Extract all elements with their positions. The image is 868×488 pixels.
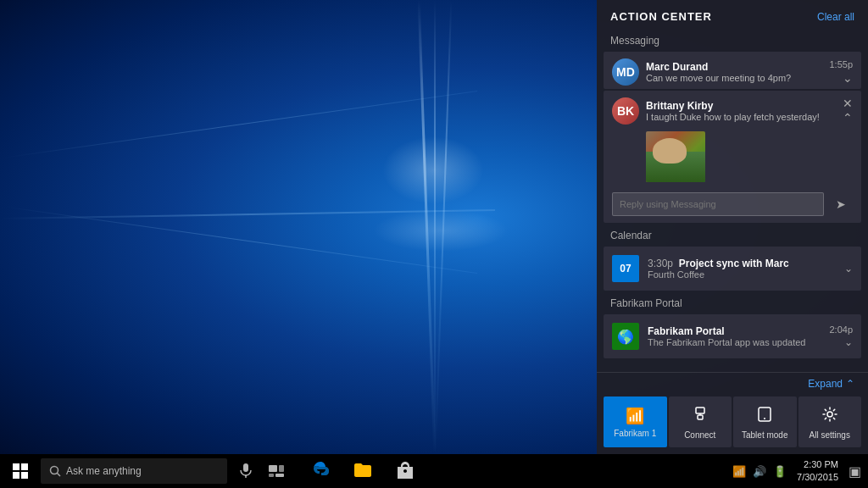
battery-tray-icon[interactable]: 🔋 [773, 465, 787, 478]
quick-actions-grid: 📶 Fabrikam 1 Connect [597, 393, 868, 454]
fab-chevron[interactable]: ⌄ [844, 336, 853, 348]
svg-rect-6 [13, 463, 19, 470]
svg-rect-7 [21, 463, 28, 470]
notif-time-marc: 1:55p [829, 59, 853, 69]
svg-point-4 [764, 418, 765, 419]
calendar-section-label: Calendar [597, 225, 868, 245]
svg-rect-15 [279, 465, 284, 472]
notif-image-brittany [604, 128, 861, 187]
notif-message-marc: Can we move our meeting to 4pm? [646, 73, 819, 83]
search-placeholder: Ask me anything [66, 465, 142, 477]
calendar-icon: 07 [612, 255, 639, 282]
cal-time: 3:30p [648, 258, 673, 269]
notification-fabrikam: 🌎 Fabrikam Portal The Fabrikam Portal ap… [604, 314, 861, 358]
notif-header-brittany: BK Brittany Kirby I taught Duke how to p… [604, 91, 861, 128]
connect-icon [692, 406, 709, 427]
file-explorer-app[interactable] [342, 454, 383, 488]
cal-event-name: Project sync with Marc [679, 258, 789, 269]
fab-name: Fabrikam Portal [648, 325, 829, 337]
qa-connect[interactable]: Connect [669, 396, 732, 447]
fab-notif-inner: 🌎 Fabrikam Portal The Fabrikam Portal ap… [604, 314, 861, 358]
svg-rect-1 [698, 415, 703, 419]
edge-app[interactable] [300, 454, 341, 488]
task-view-button[interactable] [261, 454, 292, 488]
notif-header-marc: MD Marc Durand Can we move our meeting t… [604, 52, 861, 89]
tablet-icon [756, 406, 773, 427]
notif-message-brittany: I taught Duke how to play fetch yesterda… [646, 112, 837, 122]
qa-settings-label: All settings [810, 430, 850, 441]
messaging-section-label: Messaging [597, 30, 868, 50]
notif-close-brittany[interactable]: ✕ [843, 97, 853, 109]
clock-time: 2:30 PM [804, 458, 838, 471]
qa-connect-label: Connect [684, 430, 715, 441]
qa-tablet-label: Tablet mode [742, 430, 787, 441]
qa-fabrikam1[interactable]: 📶 Fabrikam 1 [604, 396, 667, 447]
svg-rect-8 [13, 472, 19, 479]
clock-date: 7/30/2015 [797, 471, 838, 484]
qa-fabrikam1-label: Fabrikam 1 [614, 429, 656, 439]
notification-brittany: BK Brittany Kirby I taught Duke how to p… [604, 91, 861, 223]
svg-rect-17 [275, 474, 284, 477]
svg-rect-12 [243, 463, 248, 472]
volume-tray-icon[interactable]: 🔊 [753, 465, 766, 478]
notif-chevron-brittany[interactable]: ⌃ [843, 111, 853, 125]
svg-rect-16 [269, 474, 274, 477]
notif-chevron-marc[interactable]: ⌄ [843, 71, 853, 85]
avatar-brittany: BK [612, 97, 639, 125]
cortana-mic-button[interactable] [231, 454, 261, 488]
taskbar: Ask me anything [0, 454, 868, 488]
qa-tablet-mode[interactable]: Tablet mode [733, 396, 797, 447]
dog-image [646, 131, 705, 182]
svg-point-10 [51, 467, 58, 474]
start-button[interactable] [0, 454, 41, 488]
quick-actions-area: Expand ⌃ 📶 Fabrikam 1 Connect [597, 372, 868, 454]
notif-name-marc: Marc Durand [646, 61, 819, 73]
fabrikam-icon: 🌎 [612, 323, 639, 350]
expand-chevron-icon: ⌃ [846, 378, 854, 390]
notif-reply-area: ➤ [604, 187, 861, 223]
taskbar-apps [300, 454, 426, 488]
cal-event-title: 3:30p Project sync with Marc [648, 258, 844, 269]
reply-input[interactable] [612, 192, 824, 216]
svg-point-5 [827, 412, 832, 417]
action-center-header: ACTION CENTER Clear all [597, 0, 868, 30]
expand-button[interactable]: Expand ⌃ [808, 378, 854, 390]
notification-center-tray-icon[interactable]: ▣ [849, 463, 861, 480]
fab-time: 2:04p [829, 324, 853, 335]
cal-notif-inner: 07 3:30p Project sync with Marc Fourth C… [604, 247, 861, 291]
cal-subtitle: Fourth Coffee [648, 269, 844, 280]
fabrikam-section-label: Fabrikam Portal [597, 292, 868, 313]
dog-shape [653, 138, 687, 164]
taskbar-tray: 📶 🔊 🔋 2:30 PM 7/30/2015 ▣ [732, 458, 868, 485]
tray-icons: 📶 🔊 🔋 [732, 465, 787, 478]
avatar-marc: MD [612, 58, 639, 86]
system-clock[interactable]: 2:30 PM 7/30/2015 [797, 458, 842, 485]
action-center-panel: ACTION CENTER Clear all Messaging MD Mar… [597, 0, 868, 454]
svg-rect-9 [21, 472, 28, 479]
notification-marc: MD Marc Durand Can we move our meeting t… [604, 52, 861, 89]
expand-label: Expand [808, 378, 843, 390]
network-tray-icon[interactable]: 📶 [732, 465, 746, 478]
notification-calendar: 07 3:30p Project sync with Marc Fourth C… [604, 247, 861, 291]
svg-line-11 [58, 474, 61, 477]
store-app[interactable] [385, 454, 426, 488]
fab-message: The Fabrikam Portal app was updated [648, 337, 829, 347]
cal-chevron[interactable]: ⌄ [844, 263, 853, 274]
settings-icon [821, 406, 838, 427]
svg-rect-0 [696, 408, 704, 413]
svg-rect-14 [269, 465, 277, 472]
action-center-title: ACTION CENTER [610, 10, 712, 23]
expand-row: Expand ⌃ [597, 373, 868, 393]
qa-all-settings[interactable]: All settings [798, 396, 862, 447]
taskbar-search-bar[interactable]: Ask me anything [41, 458, 227, 484]
send-reply-button[interactable]: ➤ [829, 192, 853, 216]
wifi-icon: 📶 [626, 407, 644, 425]
notif-name-brittany: Brittany Kirby [646, 100, 837, 112]
action-center-content: Messaging MD Marc Durand Can we move our… [597, 30, 868, 372]
clear-all-button[interactable]: Clear all [817, 11, 854, 23]
